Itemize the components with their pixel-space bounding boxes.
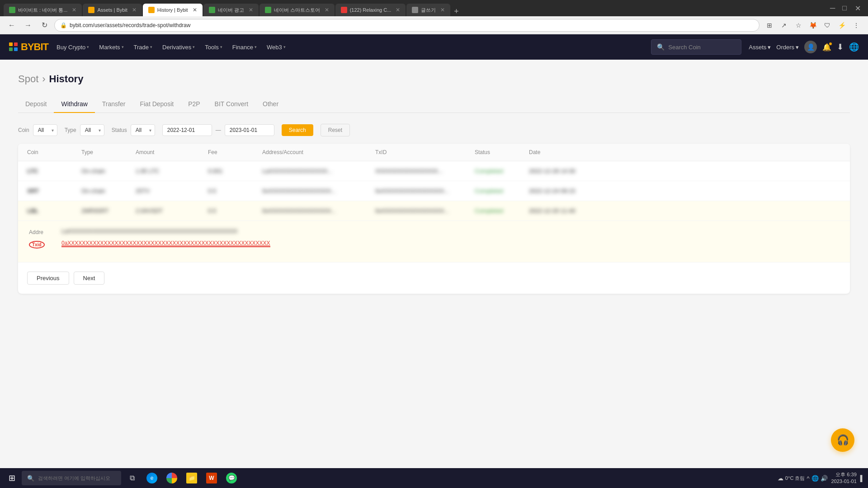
start-button[interactable]: ⊞ — [4, 470, 20, 486]
status-filter-label: Status — [112, 127, 127, 133]
td-txid-2: 0xXXXXXXXXXXXXXXXX... — [375, 188, 475, 194]
tab-close[interactable]: ✕ — [72, 7, 76, 13]
table-header: Coin Type Amount Fee Address/Account TxI… — [18, 144, 850, 161]
translate-button[interactable]: ⊞ — [763, 19, 776, 32]
tab-bit-convert[interactable]: BIT Convert — [208, 96, 255, 113]
nav-finance[interactable]: Finance ▾ — [228, 41, 261, 53]
tab-favicon — [265, 7, 271, 13]
tab-fiat-deposit[interactable]: Fiat Deposit — [132, 96, 181, 113]
type-filter-select-wrap: All — [80, 124, 104, 136]
language-button[interactable]: 🌐 — [849, 42, 859, 52]
download-button[interactable]: ⬇ — [837, 42, 844, 52]
chevron-down-icon: ▾ — [220, 45, 222, 49]
taskbar-search[interactable]: 🔍 — [22, 471, 121, 485]
new-tab-button[interactable]: + — [451, 7, 462, 16]
status-filter-select[interactable]: All — [131, 124, 155, 136]
td-address-2: 0xXXXXXXXXXXXXXXXX... — [262, 188, 375, 194]
extension2-button[interactable]: 🛡 — [821, 19, 834, 32]
th-coin: Coin — [27, 149, 81, 155]
tab-history-bybit[interactable]: History | Bybit ✕ — [143, 4, 203, 16]
search-button[interactable]: Search — [282, 124, 313, 136]
nav-tools-label: Tools — [205, 44, 218, 51]
td-address-3: 0xXXXXXXXXXXXXXXXX... — [262, 207, 375, 214]
refresh-button[interactable]: ↻ — [38, 19, 51, 32]
extension3-button[interactable]: ⚡ — [835, 19, 848, 32]
chevron-down-icon: ▾ — [122, 45, 124, 49]
nav-tools[interactable]: Tools ▾ — [200, 41, 226, 53]
tab-transfer[interactable]: Transfer — [95, 96, 133, 113]
detail-address-value: LaXXXXXXXXXXXXXXXXXXXXXXXXXXXXXXXXXXXXXX… — [61, 228, 839, 235]
search-bar[interactable]: 🔍 Search Coin — [651, 39, 741, 55]
taskbar-app-edge[interactable]: e — [143, 469, 161, 487]
chevron-up-icon[interactable]: ^ — [807, 475, 809, 482]
forward-button[interactable]: → — [22, 19, 34, 32]
td-type-2: On-chain — [81, 188, 136, 194]
tab-naver-store[interactable]: 네이버 스마트스토어 ✕ — [259, 4, 335, 16]
tab-favicon — [412, 7, 418, 13]
bookmark-button[interactable]: ☆ — [792, 19, 805, 32]
nav-trade[interactable]: Trade ▾ — [129, 41, 157, 53]
th-status: Status — [475, 149, 529, 155]
tab-close[interactable]: ✕ — [440, 7, 445, 13]
show-desktop-icon[interactable]: ▌ — [860, 475, 864, 482]
nav-orders[interactable]: Orders ▾ — [776, 44, 799, 51]
tab-writing[interactable]: 글쓰기 ✕ — [406, 4, 450, 16]
td-date-2: 2022-12-24 09:15 — [529, 188, 610, 194]
extension-button[interactable]: 🦊 — [807, 19, 819, 32]
nav-right: Assets ▾ Orders ▾ 👤 🔔 ⬇ 🌐 — [749, 41, 859, 53]
coin-filter-select[interactable]: All — [33, 124, 57, 136]
next-button[interactable]: Next — [74, 272, 105, 285]
notification-bell[interactable]: 🔔 — [822, 43, 831, 52]
maximize-button[interactable]: □ — [840, 4, 849, 12]
date-from-input[interactable] — [162, 124, 212, 136]
taskbar-app-other[interactable]: 💬 — [222, 469, 241, 487]
td-address-1: LaXXXXXXXXXXXXXXX... — [262, 168, 375, 174]
td-txid-3: 0xXXXXXXXXXXXXXXXX... — [375, 207, 475, 214]
tab-youtube[interactable]: (122) Relaxing C... ✕ — [335, 4, 406, 16]
table-row[interactable]: LTC On-chain 1.95 LTC 0.001 LaXXXXXXXXXX… — [18, 161, 850, 181]
nav-assets[interactable]: Assets ▾ — [749, 44, 771, 51]
taskbar-app-word[interactable]: W — [203, 469, 221, 487]
reset-button[interactable]: Reset — [321, 124, 350, 136]
tab-deposit[interactable]: Deposit — [18, 96, 54, 113]
nav-web3[interactable]: Web3 ▾ — [262, 41, 290, 53]
support-button[interactable]: 🎧 — [831, 428, 854, 452]
table-row[interactable]: XRT On-chain 25TV 0.5 0xXXXXXXXXXXXXXXXX… — [18, 181, 850, 201]
type-filter-label: Type — [65, 127, 76, 133]
tab-close[interactable]: ✕ — [193, 7, 197, 13]
breadcrumb-parent[interactable]: Spot — [18, 73, 38, 85]
share-button[interactable]: ↗ — [778, 19, 790, 32]
avatar[interactable]: 👤 — [804, 41, 817, 53]
back-button[interactable]: ← — [5, 19, 18, 32]
other-app-icon: 💬 — [226, 473, 237, 483]
nav-buy-crypto[interactable]: Buy Crypto ▾ — [52, 41, 94, 53]
tab-withdraw[interactable]: Withdraw — [54, 96, 94, 113]
taskbar-app-taskview[interactable]: ⧉ — [123, 469, 141, 487]
table-row[interactable]: LBL 2MR9SRT 2.04VSDT 0.5 0xXXXXXXXXXXXXX… — [18, 201, 850, 221]
tab-close[interactable]: ✕ — [132, 7, 137, 13]
tab-other[interactable]: Other — [255, 96, 286, 113]
previous-button[interactable]: Previous — [27, 272, 69, 285]
taskbar-search-input[interactable] — [38, 475, 116, 481]
taskbar-app-chrome[interactable] — [163, 469, 181, 487]
tab-label: 바이비트 : 네이버 통... — [18, 7, 67, 14]
nav-derivatives[interactable]: Derivatives ▾ — [158, 41, 199, 53]
tab-assets-bybit[interactable]: Assets | Bybit ✕ — [83, 4, 142, 16]
taskbar-app-explorer[interactable]: 📁 — [183, 469, 201, 487]
tab-close[interactable]: ✕ — [249, 7, 253, 13]
tab-naver-bybit[interactable]: 바이비트 : 네이버 통... ✕ — [4, 4, 82, 16]
tab-p2p[interactable]: P2P — [181, 96, 207, 113]
tab-close[interactable]: ✕ — [325, 7, 329, 13]
coin-filter-select-wrap: All — [33, 124, 57, 136]
settings-button[interactable]: ⋮ — [850, 19, 863, 32]
logo-squares — [9, 42, 18, 52]
minimize-button[interactable]: ─ — [827, 4, 838, 12]
close-button[interactable]: ✕ — [851, 4, 864, 13]
tab-naver-ad[interactable]: 네이버 광고 ✕ — [203, 4, 259, 16]
tab-close[interactable]: ✕ — [396, 7, 400, 13]
nav-markets[interactable]: Markets ▾ — [94, 41, 128, 53]
bybit-logo[interactable]: BYBIT — [9, 41, 48, 53]
address-bar[interactable]: 🔒 bybit.com/user/assets/records/trade-sp… — [54, 19, 760, 32]
type-filter-select[interactable]: All — [80, 124, 104, 136]
date-to-input[interactable] — [225, 124, 274, 136]
